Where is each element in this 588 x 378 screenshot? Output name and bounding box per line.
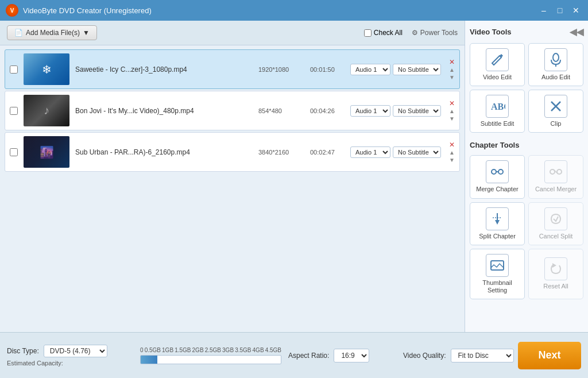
item-2-duration: 00:04:26 bbox=[310, 107, 345, 114]
bottom-left: Disc Type: DVD-5 (4.7G) DVD-5 (4.76) DVD… bbox=[7, 345, 133, 367]
video-edit-button[interactable]: Video Edit bbox=[470, 43, 525, 86]
video-tools-section: Video Tools ◀◀ bbox=[470, 26, 583, 37]
audio-edit-label: Audio Edit bbox=[541, 74, 570, 81]
split-chapter-button[interactable]: Split Chapter bbox=[470, 202, 525, 245]
item-3-subtitle-select[interactable]: No Subtitle bbox=[393, 146, 441, 158]
power-tools-icon: ⚙ bbox=[412, 29, 418, 37]
item-1-remove-button[interactable]: ✕ bbox=[449, 59, 455, 65]
estimated-label: Estimated Capacity: bbox=[7, 360, 63, 367]
item-3-name: Sub Urban - PAR...RA)-6_2160p.mp4 bbox=[75, 148, 253, 156]
item-1-up-button[interactable]: ▲ bbox=[449, 67, 455, 73]
progress-track bbox=[140, 355, 281, 364]
item-3-remove-button[interactable]: ✕ bbox=[449, 141, 455, 148]
item-2-name: Bon Jovi - It's My...ic Video)_480p.mp4 bbox=[75, 107, 253, 115]
cancel-split-button[interactable]: Cancel Split bbox=[528, 202, 583, 245]
item-3-thumbnail: 🌆 bbox=[24, 136, 69, 168]
item-1-resolution: 1920*1080 bbox=[258, 66, 304, 73]
item-1-name: Saweetie - Icy C...zer]-3_1080p.mp4 bbox=[75, 65, 253, 74]
progress-bar-area: 0 0.5GB 1GB 1.5GB 2GB 2.5GB 3GB 3.5GB 4G… bbox=[140, 347, 281, 364]
next-button[interactable]: Next bbox=[518, 342, 581, 369]
check-all-checkbox[interactable] bbox=[364, 29, 372, 37]
merge-chapter-label: Merge Chapter bbox=[476, 186, 518, 193]
thumbnail-setting-label: Thumbnail Setting bbox=[473, 279, 522, 294]
app-logo: V bbox=[6, 4, 18, 17]
video-tools-title: Video Tools bbox=[470, 28, 511, 36]
cancel-merger-button[interactable]: Cancel Merger bbox=[528, 155, 583, 198]
aspect-ratio-select[interactable]: 4:3 16:9 bbox=[334, 349, 369, 362]
clip-label: Clip bbox=[551, 120, 562, 128]
check-all-control[interactable]: Check All bbox=[364, 29, 403, 37]
item-1-down-button[interactable]: ▼ bbox=[449, 74, 455, 80]
item-3-duration: 00:02:47 bbox=[310, 149, 345, 156]
audio-edit-icon bbox=[544, 48, 567, 71]
audio-edit-button[interactable]: Audio Edit bbox=[528, 43, 583, 86]
item-3-checkbox[interactable] bbox=[10, 148, 18, 156]
item-1-subtitle-select[interactable]: No Subtitle bbox=[393, 64, 441, 75]
cancel-merger-label: Cancel Merger bbox=[535, 186, 577, 193]
minimize-button[interactable]: – bbox=[537, 4, 550, 17]
item-2-subtitle-select[interactable]: No Subtitle bbox=[393, 105, 441, 117]
restore-button[interactable]: □ bbox=[554, 4, 566, 17]
aspect-ratio-label: Aspect Ratio: bbox=[288, 352, 329, 360]
cancel-merger-icon bbox=[544, 160, 567, 183]
add-media-button[interactable]: 📄 Add Media File(s) ▼ bbox=[7, 25, 97, 40]
thumbnail-image: ❄ bbox=[24, 53, 69, 85]
progress-fill bbox=[141, 356, 157, 364]
item-3-actions: ✕ ▲ ▼ bbox=[449, 141, 455, 163]
item-2-info: Bon Jovi - It's My...ic Video)_480p.mp4 … bbox=[75, 105, 441, 117]
svg-point-6 bbox=[498, 169, 503, 174]
item-2-up-button[interactable]: ▲ bbox=[449, 108, 455, 114]
toolbar-right: Check All ⚙ Power Tools bbox=[364, 29, 458, 37]
item-2-resolution: 854*480 bbox=[258, 107, 304, 114]
titlebar: V VideoByte DVD Creator (Unregistered) –… bbox=[0, 0, 588, 21]
reset-all-button[interactable]: Reset All bbox=[528, 249, 583, 299]
item-3-up-button[interactable]: ▲ bbox=[449, 149, 455, 156]
svg-point-5 bbox=[492, 169, 496, 174]
thumbnail-setting-button[interactable]: Thumbnail Setting bbox=[470, 249, 525, 299]
power-tools-label: Power Tools bbox=[420, 29, 458, 37]
aspect-ratio-area: Aspect Ratio: 4:3 16:9 bbox=[288, 349, 403, 362]
clip-icon bbox=[544, 95, 567, 118]
item-3-info: Sub Urban - PAR...RA)-6_2160p.mp4 3840*2… bbox=[75, 146, 441, 158]
item-1-selects: Audio 1 No Subtitle bbox=[350, 64, 441, 75]
table-row: ❄ Saweetie - Icy C...zer]-3_1080p.mp4 19… bbox=[5, 49, 460, 89]
back-button[interactable]: ◀◀ bbox=[570, 26, 583, 37]
item-2-audio-select[interactable]: Audio 1 bbox=[350, 105, 390, 117]
item-1-actions: ✕ ▲ ▼ bbox=[449, 59, 455, 80]
merge-chapter-icon bbox=[486, 160, 509, 183]
dropdown-arrow-icon: ▼ bbox=[83, 29, 90, 37]
media-list: ❄ Saweetie - Icy C...zer]-3_1080p.mp4 19… bbox=[0, 45, 465, 332]
item-3-down-button[interactable]: ▼ bbox=[449, 157, 455, 163]
check-all-label: Check All bbox=[374, 29, 403, 37]
content-area: 📄 Add Media File(s) ▼ Check All ⚙ Power … bbox=[0, 21, 465, 332]
bottom-bar: Disc Type: DVD-5 (4.7G) DVD-5 (4.76) DVD… bbox=[0, 332, 588, 378]
progress-labels: 0 0.5GB 1GB 1.5GB 2GB 2.5GB 3GB 3.5GB 4G… bbox=[140, 347, 281, 353]
video-edit-icon bbox=[486, 48, 509, 71]
item-2-checkbox[interactable] bbox=[10, 107, 18, 115]
item-2-down-button[interactable]: ▼ bbox=[449, 115, 455, 122]
item-1-info: Saweetie - Icy C...zer]-3_1080p.mp4 1920… bbox=[75, 64, 441, 75]
close-button[interactable]: ✕ bbox=[570, 4, 582, 17]
video-tools-grid: Video Edit Audio Edit ABC bbox=[470, 43, 583, 133]
table-row: ♪ Bon Jovi - It's My...ic Video)_480p.mp… bbox=[5, 91, 460, 130]
clip-button[interactable]: Clip bbox=[528, 90, 583, 133]
video-quality-select[interactable]: Fit to Disc High Medium Low bbox=[451, 349, 514, 362]
add-media-label: Add Media File(s) bbox=[26, 29, 80, 37]
thumbnail-image: 🌆 bbox=[24, 136, 69, 168]
item-3-selects: Audio 1 No Subtitle bbox=[350, 146, 441, 158]
item-1-audio-select[interactable]: Audio 1 bbox=[350, 64, 390, 75]
power-tools-button[interactable]: ⚙ Power Tools bbox=[412, 29, 458, 37]
item-1-checkbox[interactable] bbox=[10, 65, 18, 74]
svg-text:ABC: ABC bbox=[491, 102, 505, 111]
chapter-tools-grid: Merge Chapter Cancel Merger bbox=[470, 155, 583, 299]
item-2-remove-button[interactable]: ✕ bbox=[449, 100, 455, 107]
window-controls: – □ ✕ bbox=[537, 4, 582, 17]
subtitle-edit-label: Subtitle Edit bbox=[481, 120, 514, 128]
item-3-audio-select[interactable]: Audio 1 bbox=[350, 146, 390, 158]
subtitle-edit-icon: ABC bbox=[486, 95, 509, 118]
item-1-duration: 00:01:50 bbox=[310, 66, 345, 73]
subtitle-edit-button[interactable]: ABC Subtitle Edit bbox=[470, 90, 525, 133]
merge-chapter-button[interactable]: Merge Chapter bbox=[470, 155, 525, 198]
split-chapter-label: Split Chapter bbox=[479, 233, 516, 240]
disc-type-select[interactable]: DVD-5 (4.7G) DVD-5 (4.76) DVD-9 (8.5G) B… bbox=[44, 345, 107, 357]
